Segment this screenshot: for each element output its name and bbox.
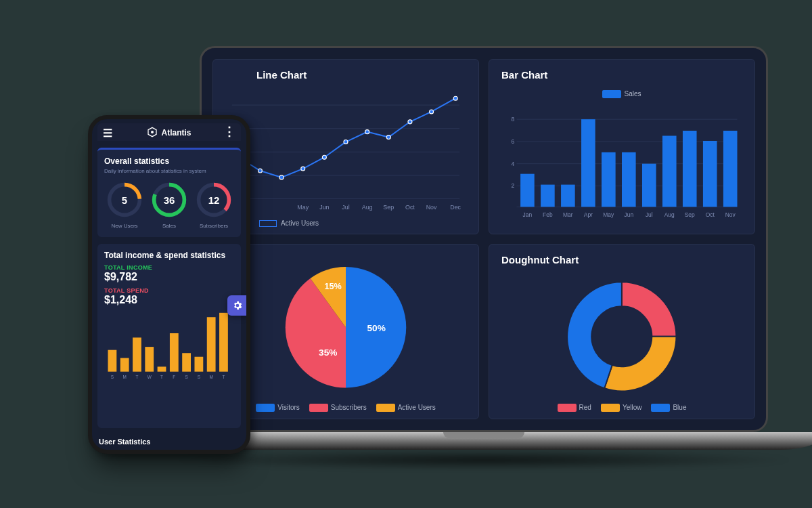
svg-text:5: 5 bbox=[122, 194, 127, 206]
svg-point-13 bbox=[408, 120, 412, 124]
menu-icon[interactable]: ☰ bbox=[103, 127, 112, 140]
svg-rect-35 bbox=[561, 185, 575, 207]
svg-text:S: S bbox=[185, 375, 187, 379]
bar-chart-title: Bar Chart bbox=[501, 69, 742, 81]
bar-chart-legend: Sales bbox=[501, 90, 742, 98]
svg-text:50%: 50% bbox=[367, 323, 386, 333]
income-spend-title: Total income & spend statistics bbox=[104, 251, 234, 260]
legend-box-icon bbox=[558, 404, 577, 412]
svg-text:8: 8 bbox=[512, 116, 515, 123]
gauge-new-users: 5 New Users bbox=[104, 181, 145, 229]
settings-button[interactable] bbox=[227, 295, 248, 316]
svg-text:Oct: Oct bbox=[405, 204, 415, 211]
phone-mockup: ☰ Atlantis ⋮ Overall statistics Daily in… bbox=[88, 115, 250, 454]
svg-text:12: 12 bbox=[208, 194, 220, 206]
svg-point-8 bbox=[301, 167, 305, 171]
pie-chart-panel: 50% 35% 15% Visitors Subscribers Active … bbox=[212, 244, 479, 419]
svg-point-59 bbox=[151, 131, 154, 133]
phone-app-bar: ☰ Atlantis ⋮ bbox=[97, 123, 241, 141]
bar-chart: 8 6 4 2 bbox=[501, 98, 742, 227]
spend-label: TOTAL SPEND bbox=[104, 287, 234, 294]
user-statistics-peek: User Statistics bbox=[97, 435, 241, 446]
svg-point-10 bbox=[344, 140, 348, 144]
svg-text:T: T bbox=[222, 375, 225, 379]
svg-text:Apr: Apr bbox=[584, 212, 593, 219]
svg-text:35%: 35% bbox=[319, 347, 337, 358]
svg-point-12 bbox=[386, 135, 390, 140]
svg-rect-36 bbox=[581, 119, 595, 207]
laptop-shadow bbox=[173, 450, 795, 470]
doughnut-chart-legend: Red Yellow Blue bbox=[501, 404, 742, 412]
svg-text:4: 4 bbox=[512, 161, 515, 167]
laptop-screen: Line Chart May Jun bbox=[200, 46, 768, 432]
svg-text:M: M bbox=[123, 375, 127, 379]
gear-icon bbox=[232, 300, 243, 311]
svg-text:2: 2 bbox=[512, 183, 515, 190]
pie-chart: 50% 35% 15% bbox=[275, 254, 417, 401]
svg-text:Sep: Sep bbox=[383, 204, 394, 211]
svg-point-15 bbox=[453, 96, 457, 100]
income-bar-chart: S M T W T F S S M T bbox=[104, 312, 234, 380]
pie-chart-legend: Visitors Subscribers Active Users bbox=[225, 404, 466, 412]
svg-rect-37 bbox=[602, 152, 616, 207]
svg-text:S: S bbox=[111, 375, 114, 379]
legend-box-icon bbox=[602, 90, 621, 98]
svg-rect-34 bbox=[541, 185, 555, 207]
svg-text:Jul: Jul bbox=[342, 204, 349, 211]
svg-text:Jan: Jan bbox=[523, 212, 533, 219]
overall-stats-card: Overall statistics Daily information abo… bbox=[97, 148, 241, 237]
svg-rect-75 bbox=[182, 353, 191, 371]
svg-rect-78 bbox=[219, 313, 228, 372]
svg-text:Sep: Sep bbox=[685, 212, 695, 219]
svg-text:6: 6 bbox=[512, 138, 515, 145]
svg-rect-74 bbox=[170, 333, 179, 372]
brand-logo-icon bbox=[147, 127, 158, 137]
svg-rect-40 bbox=[662, 136, 677, 207]
svg-text:Jun: Jun bbox=[319, 204, 329, 211]
svg-text:Aug: Aug bbox=[664, 212, 675, 219]
overall-stats-subtitle: Daily information about statistics in sy… bbox=[104, 168, 234, 174]
svg-rect-77 bbox=[207, 317, 216, 371]
svg-text:Aug: Aug bbox=[362, 204, 373, 211]
svg-text:Nov: Nov bbox=[426, 204, 437, 211]
gauges-row: 5 New Users 36 Sales 12 Subscribers bbox=[104, 181, 234, 229]
svg-text:15%: 15% bbox=[325, 282, 342, 291]
svg-rect-76 bbox=[194, 357, 203, 372]
svg-text:Mar: Mar bbox=[563, 212, 573, 219]
more-icon[interactable]: ⋮ bbox=[223, 127, 235, 136]
svg-rect-33 bbox=[520, 174, 535, 207]
doughnut-chart-panel: Doughnut Chart Red Yellow Blue bbox=[489, 244, 755, 419]
laptop-mockup: Line Chart May Jun bbox=[200, 46, 768, 470]
line-chart-title: Line Chart bbox=[256, 69, 466, 81]
svg-rect-38 bbox=[622, 152, 636, 207]
income-spend-card: Total income & spend statistics TOTAL IN… bbox=[97, 244, 241, 428]
svg-text:F: F bbox=[173, 375, 175, 379]
gauge-subscribers: 12 Subscribers bbox=[194, 181, 234, 229]
income-value: $9,782 bbox=[104, 271, 234, 283]
svg-text:Jul: Jul bbox=[646, 212, 653, 219]
svg-text:W: W bbox=[148, 375, 152, 379]
legend-box-icon bbox=[376, 404, 395, 412]
income-label: TOTAL INCOME bbox=[104, 264, 234, 271]
svg-text:Feb: Feb bbox=[543, 212, 553, 219]
svg-text:Dec: Dec bbox=[450, 204, 461, 211]
svg-text:M: M bbox=[210, 375, 213, 379]
line-chart: May Jun Jul Aug Sep Oct Nov Dec bbox=[225, 87, 466, 217]
bar-chart-panel: Bar Chart Sales 8 6 4 2 bbox=[489, 59, 755, 234]
legend-box-icon bbox=[309, 404, 328, 412]
svg-rect-71 bbox=[133, 337, 141, 371]
svg-rect-72 bbox=[145, 347, 154, 372]
svg-text:May: May bbox=[603, 212, 614, 219]
overall-stats-title: Overall statistics bbox=[104, 156, 234, 166]
svg-rect-73 bbox=[158, 366, 166, 371]
legend-line-icon bbox=[259, 220, 277, 227]
brand-label: Atlantis bbox=[147, 127, 191, 137]
svg-rect-39 bbox=[642, 164, 656, 207]
svg-text:Oct: Oct bbox=[706, 212, 715, 219]
svg-text:Nov: Nov bbox=[725, 212, 736, 219]
svg-rect-41 bbox=[683, 131, 697, 207]
svg-point-14 bbox=[430, 110, 434, 114]
svg-rect-42 bbox=[703, 141, 717, 207]
svg-text:Jun: Jun bbox=[625, 212, 634, 219]
svg-rect-43 bbox=[723, 131, 738, 207]
